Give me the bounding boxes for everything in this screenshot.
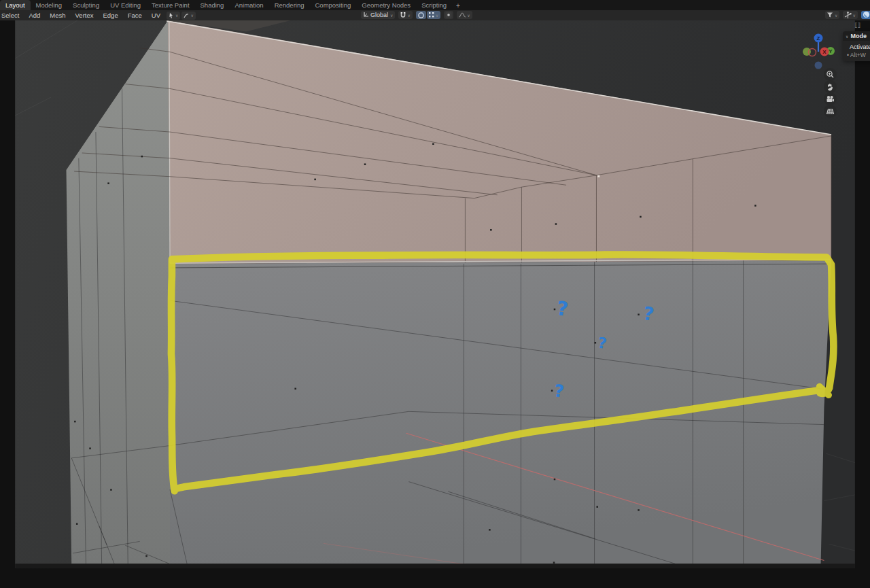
viewport-overlay-icon[interactable]: ⟦⟧ (854, 22, 860, 29)
orientation-label: Global (370, 12, 388, 18)
chevron-down-icon: ∨ (835, 13, 837, 18)
falloff-curve-icon (458, 12, 466, 18)
viewport-canvas[interactable]: ? ? ? ? (0, 20, 870, 588)
gizmo-x-label: X (822, 49, 826, 55)
tab-scripting[interactable]: Scripting (416, 0, 452, 10)
ortho-grid-icon (826, 107, 835, 116)
gizmos-toggle-dropdown[interactable]: ∨ (843, 11, 857, 19)
viewport-header: Select Add Mesh Vertex Edge Face UV ∨ ∨ … (0, 10, 870, 20)
workspace-tab-bar: Layout Modeling Sculpting UV Editing Tex… (0, 0, 870, 10)
blender-window: { "topbar": { "tabs": [ {"label": "Layou… (0, 0, 870, 588)
tweak-mode-dropdown[interactable]: ∨ (181, 12, 195, 20)
viewport-nav-buttons (821, 68, 839, 118)
transform-orientation-dropdown[interactable]: Global ∨ (361, 11, 395, 19)
mode-popover-header[interactable]: ∨ Mode (843, 31, 870, 41)
tab-shading[interactable]: Shading (195, 0, 230, 10)
chevron-down-icon: ∨ (175, 13, 178, 18)
mode-item-activate[interactable]: Activate (843, 43, 870, 51)
snap-target-dropdown[interactable]: ∨ (427, 11, 440, 19)
pan-button[interactable] (824, 80, 837, 93)
orientation-axes-icon (362, 12, 369, 18)
chevron-down-icon: ∨ (390, 13, 393, 18)
menu-mesh[interactable]: Mesh (45, 12, 70, 19)
tweak-tool-icon (183, 12, 190, 19)
menu-face[interactable]: Face (123, 12, 147, 19)
tab-modeling[interactable]: Modeling (31, 0, 68, 10)
selected-vertex-dot (597, 175, 599, 177)
hand-icon (826, 83, 834, 91)
proportional-editing-toggle[interactable] (444, 11, 453, 19)
menu-uv[interactable]: UV (147, 12, 165, 19)
zoom-button[interactable] (824, 68, 837, 81)
viewport-shading-sphere-button[interactable] (861, 11, 870, 19)
gizmo-y-label: Y (829, 48, 833, 54)
filter-funnel-icon (826, 12, 834, 18)
snap-toggle-dropdown[interactable]: ∨ (398, 11, 412, 19)
proportional-dot-icon (445, 12, 452, 18)
tab-layout[interactable]: Layout (0, 0, 31, 10)
mode-popover-title: Mode (850, 33, 867, 39)
magnifier-plus-icon (826, 70, 835, 79)
viewport-bottom-strip (15, 564, 855, 568)
camera-icon (826, 95, 835, 103)
tab-uv-editing[interactable]: UV Editing (105, 0, 146, 10)
cursor-tool-icon (168, 12, 175, 19)
mode-popover-body: Activate • Alt+W (843, 41, 870, 61)
perspective-toggle-button[interactable] (824, 105, 837, 118)
chevron-down-icon: ∨ (852, 13, 855, 18)
add-workspace-button[interactable]: + (452, 1, 464, 10)
menu-select[interactable]: Select (0, 12, 24, 19)
chevron-down-icon: ∨ (467, 13, 470, 18)
menu-add[interactable]: Add (24, 12, 45, 19)
magnet-icon (400, 12, 406, 19)
menu-vertex[interactable]: Vertex (71, 12, 99, 19)
menu-edge[interactable]: Edge (98, 12, 122, 19)
visibility-filter-dropdown[interactable]: ∨ (825, 11, 839, 19)
chevron-down-icon: ∨ (436, 13, 438, 18)
tab-geometry-nodes[interactable]: Geometry Nodes (356, 0, 416, 10)
snap-grid-dots-icon (428, 12, 435, 18)
viewport-display-cluster: ∨ ∨ (825, 11, 870, 19)
transform-snap-cluster: Global ∨ ∨ ∨ (361, 11, 474, 19)
navigation-gizmo[interactable]: Z Y X (799, 29, 840, 73)
gizmo-arrows-icon (844, 12, 852, 19)
chevron-down-icon: ∨ (407, 13, 410, 18)
tool-mode-dropdown[interactable]: ∨ (167, 12, 180, 20)
tab-compositing[interactable]: Compositing (310, 0, 357, 10)
tab-animation[interactable]: Animation (229, 0, 268, 10)
proportional-falloff-dropdown[interactable]: ∨ (457, 11, 472, 19)
tab-rendering[interactable]: Rendering (269, 0, 310, 10)
chevron-down-icon: ∨ (846, 34, 848, 39)
mode-popover: ∨ Mode Activate • Alt+W (843, 31, 870, 61)
gizmo-z-label: Z (817, 35, 820, 41)
viewport-render: ? ? ? ? (0, 20, 870, 588)
mesh-front-wall (170, 260, 831, 564)
tab-sculpting[interactable]: Sculpting (67, 0, 105, 10)
chevron-down-icon: ∨ (190, 13, 193, 18)
mode-item-shortcut: • Alt+W (843, 51, 870, 58)
camera-view-button[interactable] (824, 92, 837, 105)
shading-sphere-icon (863, 9, 870, 21)
snap-swirl-icon (417, 12, 425, 19)
tab-texture-paint[interactable]: Texture Paint (146, 0, 194, 10)
snap-active-toggle[interactable] (416, 11, 426, 19)
